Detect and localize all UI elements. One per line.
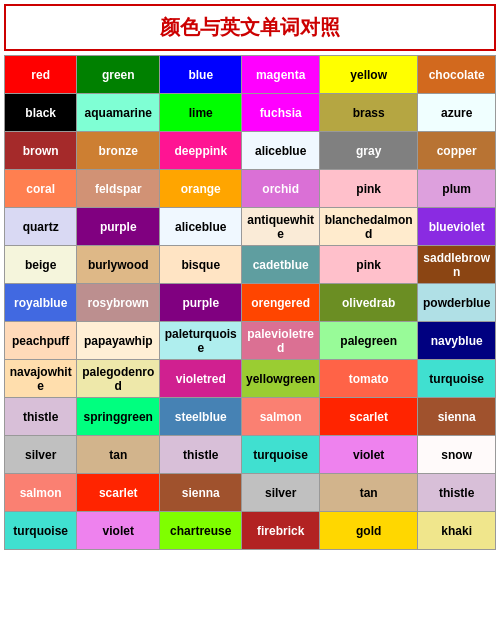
- color-cell: lime: [160, 94, 242, 132]
- color-cell: fuchsia: [242, 94, 320, 132]
- color-cell: red: [5, 56, 77, 94]
- color-cell: violet: [77, 512, 160, 550]
- color-cell: turquoise: [5, 512, 77, 550]
- color-cell: silver: [242, 474, 320, 512]
- color-cell: pink: [319, 246, 417, 284]
- color-cell: yellowgreen: [242, 360, 320, 398]
- color-cell: feldspar: [77, 170, 160, 208]
- color-cell: aliceblue: [160, 208, 242, 246]
- color-cell: gold: [319, 512, 417, 550]
- color-cell: orengered: [242, 284, 320, 322]
- color-cell: quartz: [5, 208, 77, 246]
- color-cell: navajowhite: [5, 360, 77, 398]
- color-cell: deeppink: [160, 132, 242, 170]
- color-cell: thistle: [418, 474, 496, 512]
- color-cell: tan: [319, 474, 417, 512]
- color-cell: scarlet: [77, 474, 160, 512]
- color-cell: plum: [418, 170, 496, 208]
- color-cell: royalblue: [5, 284, 77, 322]
- color-cell: silver: [5, 436, 77, 474]
- color-cell: snow: [418, 436, 496, 474]
- color-cell: antiquewhite: [242, 208, 320, 246]
- color-cell: orange: [160, 170, 242, 208]
- color-cell: brass: [319, 94, 417, 132]
- color-cell: springgreen: [77, 398, 160, 436]
- color-cell: magenta: [242, 56, 320, 94]
- color-cell: tomato: [319, 360, 417, 398]
- color-cell: sienna: [160, 474, 242, 512]
- color-cell: bronze: [77, 132, 160, 170]
- color-cell: violet: [319, 436, 417, 474]
- color-cell: chartreuse: [160, 512, 242, 550]
- color-cell: purple: [160, 284, 242, 322]
- color-cell: blue: [160, 56, 242, 94]
- color-cell: scarlet: [319, 398, 417, 436]
- color-cell: coral: [5, 170, 77, 208]
- color-cell: purple: [77, 208, 160, 246]
- color-cell: chocolate: [418, 56, 496, 94]
- color-cell: papayawhip: [77, 322, 160, 360]
- color-cell: violetred: [160, 360, 242, 398]
- color-cell: saddlebrown: [418, 246, 496, 284]
- color-cell: pink: [319, 170, 417, 208]
- color-cell: firebrick: [242, 512, 320, 550]
- color-cell: palegreen: [319, 322, 417, 360]
- color-cell: aquamarine: [77, 94, 160, 132]
- color-cell: turquoise: [242, 436, 320, 474]
- color-cell: salmon: [242, 398, 320, 436]
- color-cell: olivedrab: [319, 284, 417, 322]
- color-cell: black: [5, 94, 77, 132]
- color-cell: bisque: [160, 246, 242, 284]
- color-cell: blueviolet: [418, 208, 496, 246]
- color-cell: yellow: [319, 56, 417, 94]
- color-cell: salmon: [5, 474, 77, 512]
- color-cell: brown: [5, 132, 77, 170]
- color-cell: tan: [77, 436, 160, 474]
- color-cell: paleturquoise: [160, 322, 242, 360]
- color-cell: rosybrown: [77, 284, 160, 322]
- color-cell: beige: [5, 246, 77, 284]
- color-cell: gray: [319, 132, 417, 170]
- color-cell: powderblue: [418, 284, 496, 322]
- color-cell: sienna: [418, 398, 496, 436]
- color-cell: azure: [418, 94, 496, 132]
- color-cell: khaki: [418, 512, 496, 550]
- color-cell: copper: [418, 132, 496, 170]
- color-cell: palevioletred: [242, 322, 320, 360]
- color-cell: steelblue: [160, 398, 242, 436]
- color-cell: aliceblue: [242, 132, 320, 170]
- color-cell: peachpuff: [5, 322, 77, 360]
- color-cell: orchid: [242, 170, 320, 208]
- color-cell: thistle: [160, 436, 242, 474]
- page-title: 颜色与英文单词对照: [4, 4, 496, 51]
- color-cell: palegodenrod: [77, 360, 160, 398]
- color-cell: thistle: [5, 398, 77, 436]
- color-cell: burlywood: [77, 246, 160, 284]
- color-cell: cadetblue: [242, 246, 320, 284]
- color-cell: green: [77, 56, 160, 94]
- color-cell: navyblue: [418, 322, 496, 360]
- color-table: redgreenbluemagentayellowchocolateblacka…: [4, 55, 496, 550]
- color-cell: turquoise: [418, 360, 496, 398]
- color-cell: blanchedalmond: [319, 208, 417, 246]
